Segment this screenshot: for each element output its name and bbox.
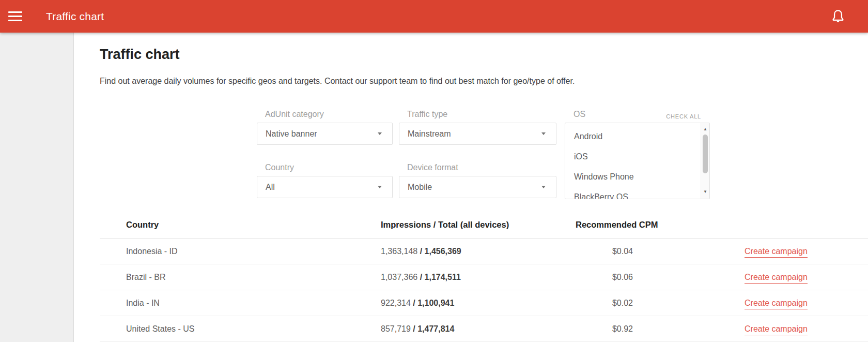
table-body: Indonesia - ID 1,363,148 / 1,456,369 $0.… [100, 239, 868, 342]
chevron-down-icon [541, 186, 546, 188]
create-campaign-link[interactable]: Create campaign [745, 273, 808, 284]
page-description: Find out average daily volumes for speci… [100, 75, 868, 87]
hamburger-icon [8, 11, 22, 13]
cpm-cell: $0.02 [576, 299, 670, 308]
app-header: Traffic chart [0, 0, 868, 33]
cpm-cell: $0.06 [576, 273, 670, 282]
os-option[interactable]: Android [565, 126, 701, 146]
country-cell: Brazil - BR [100, 273, 381, 282]
impressions-cell: 1,363,148 / 1,456,369 [381, 247, 576, 256]
total-value: 1,477,814 [417, 324, 454, 333]
separator: / [420, 273, 422, 281]
impressions-cell: 922,314 / 1,100,941 [381, 299, 576, 308]
appbar-title: Traffic chart [46, 10, 104, 23]
adunit-category-value: Native banner [266, 129, 378, 139]
os-scrollbar-track[interactable]: ▲ ▼ [701, 123, 709, 199]
create-campaign-link[interactable]: Create campaign [745, 247, 808, 258]
page-title: Traffic chart [100, 47, 868, 63]
device-format-label: Device format [399, 161, 556, 174]
device-format-select[interactable]: Mobile [399, 176, 556, 198]
column-header-cpm: Recommended CPM [576, 220, 670, 230]
os-option[interactable]: BlackBerry OS [565, 187, 701, 199]
traffic-type-label: Traffic type [399, 108, 556, 121]
table-row: Brazil - BR 1,037,366 / 1,174,511 $0.06 … [100, 264, 868, 290]
adunit-category-select[interactable]: Native banner [257, 123, 393, 145]
cpm-cell: $0.92 [576, 324, 670, 334]
adunit-category-label: AdUnit category [257, 108, 393, 121]
separator: / [413, 299, 415, 307]
separator: / [420, 247, 422, 256]
country-label: Country [257, 161, 393, 174]
impressions-cell: 1,037,366 / 1,174,511 [381, 273, 576, 282]
country-cell: Indonesia - ID [100, 247, 381, 256]
table-row: Indonesia - ID 1,363,148 / 1,456,369 $0.… [100, 239, 868, 264]
traffic-type-value: Mainstream [408, 129, 541, 139]
traffic-table: Country Impressions / Total (all devices… [100, 212, 868, 342]
traffic-type-select[interactable]: Mainstream [399, 123, 556, 145]
impressions-value: 857,719 [381, 324, 411, 333]
left-sidebar [0, 33, 74, 342]
notifications-button[interactable] [829, 6, 847, 27]
scroll-down-button[interactable]: ▼ [701, 189, 709, 195]
column-header-impressions: Impressions / Total (all devices) [381, 220, 576, 230]
impressions-cell: 857,719 / 1,477,814 [381, 324, 576, 334]
os-label: OS [565, 108, 585, 121]
filters-panel: AdUnit category Native banner Country Al… [257, 108, 868, 199]
os-option[interactable]: iOS [565, 146, 701, 167]
os-options: Android iOS Windows Phone BlackBerry OS [565, 123, 701, 199]
total-value: 1,100,941 [417, 299, 454, 307]
country-cell: India - IN [100, 299, 381, 308]
cpm-cell: $0.04 [576, 247, 670, 256]
table-header-row: Country Impressions / Total (all devices… [100, 212, 868, 239]
country-select[interactable]: All [257, 176, 393, 198]
total-value: 1,456,369 [425, 247, 461, 256]
device-format-value: Mobile [408, 183, 541, 192]
main-content: Traffic chart Find out average daily vol… [74, 33, 868, 342]
hamburger-menu-button[interactable] [8, 8, 26, 25]
impressions-value: 922,314 [381, 299, 411, 307]
check-all-button[interactable]: CHECK ALL [666, 113, 710, 121]
bell-icon [830, 8, 846, 25]
chevron-down-icon [378, 186, 382, 188]
create-campaign-link[interactable]: Create campaign [745, 324, 808, 335]
scroll-up-button[interactable]: ▲ [701, 127, 709, 132]
total-value: 1,174,511 [425, 273, 461, 281]
scrollbar-thumb[interactable] [703, 135, 708, 173]
create-campaign-link[interactable]: Create campaign [745, 299, 808, 309]
chevron-down-icon [378, 132, 382, 135]
country-value: All [266, 183, 378, 192]
table-row: United States - US 857,719 / 1,477,814 $… [100, 316, 868, 342]
impressions-value: 1,037,366 [381, 273, 417, 281]
table-row: India - IN 922,314 / 1,100,941 $0.02 Cre… [100, 290, 868, 316]
impressions-value: 1,363,148 [381, 247, 417, 256]
os-listbox: Android iOS Windows Phone BlackBerry OS … [565, 123, 710, 199]
column-header-country: Country [100, 220, 381, 230]
chevron-down-icon [541, 132, 546, 135]
country-cell: United States - US [100, 324, 381, 334]
separator: / [413, 324, 415, 333]
os-option[interactable]: Windows Phone [565, 167, 701, 187]
